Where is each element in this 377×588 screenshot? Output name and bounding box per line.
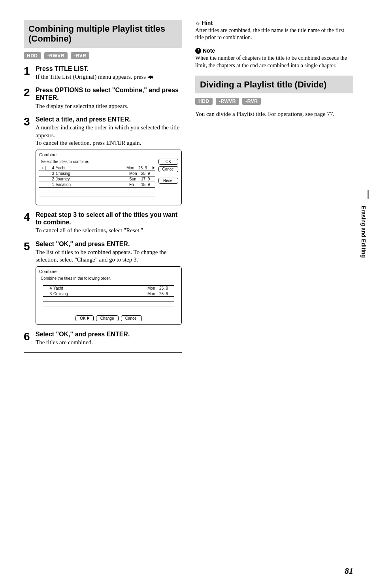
divide-body-text: You can divide a Playlist title. For ope…	[195, 110, 353, 118]
dialog-instruction: Select the titles to combine.	[39, 159, 155, 165]
dialog-row-date: 15. 9	[141, 182, 155, 187]
step-title: Repeat step 3 to select all of the title…	[36, 211, 182, 226]
dialog-row-sel	[40, 182, 45, 187]
dialog-row-date: 25. 9	[141, 171, 155, 176]
step-desc: The titles are combined.	[36, 339, 182, 347]
step-title: Press TITLE LIST.	[36, 65, 182, 72]
section-header-divide: Dividing a Playlist title (Divide)	[195, 76, 353, 93]
dialog-row-title: Yacht	[56, 166, 126, 170]
section-title: Dividing a Playlist title (Divide)	[200, 80, 349, 89]
combine-select-dialog: Combine Select the titles to combine. 1 …	[36, 150, 182, 205]
dialog-row: 3 Cruising Mon 25. 9	[39, 171, 155, 176]
dialog-row-title: Yacht	[53, 286, 147, 290]
step-desc: The display for selecting titles appears…	[36, 102, 182, 110]
dialog-change-button: Change	[96, 315, 119, 321]
dialog-instruction: Combine the titles in the following orde…	[39, 275, 178, 282]
dialog-row-title: Cruising	[56, 171, 129, 176]
dialog-ok-button: OK	[158, 159, 178, 165]
dialog-ok-button: OK	[75, 315, 93, 321]
note-label: ! Note	[195, 47, 353, 54]
step-desc: A number indicating the order in which y…	[36, 124, 182, 147]
dialog-row	[39, 192, 155, 197]
side-label: Erasing and Editing	[360, 206, 367, 258]
step-number: 3	[24, 116, 36, 147]
badge-rwvr: -RWVR	[44, 52, 68, 59]
dialog-row: 4 Yacht Mon 25. 9	[43, 285, 174, 291]
dialog-row-title: Cruising	[53, 292, 147, 296]
dialog-row-day: Mon	[126, 166, 138, 170]
step-desc: To cancel all of the selections, select …	[36, 227, 182, 235]
dialog-row: 1 4 Yacht Mon 25. 9	[39, 165, 155, 171]
dialog-row-day: Mon	[147, 286, 159, 290]
dialog-row	[43, 297, 174, 302]
step-desc: The list of titles to be combined appear…	[36, 248, 182, 264]
dialog-row-day: Sun	[129, 177, 141, 181]
badge-rvr: -RVR	[242, 98, 261, 105]
dialog-row-num: 2	[49, 177, 54, 181]
step-4: 4 Repeat step 3 to select all of the tit…	[24, 211, 182, 235]
step-6: 6 Select "OK," and press ENTER. The titl…	[24, 330, 182, 347]
badge-hdd: HDD	[195, 98, 213, 105]
badges-row-right: HDD -RWVR -RVR	[195, 97, 353, 105]
badges-row-left: HDD -RWVR -RVR	[24, 52, 182, 59]
dialog-row-sel	[40, 171, 45, 176]
step-number: 5	[24, 240, 36, 264]
dialog-row-num: 3	[45, 292, 52, 296]
step-number: 1	[24, 65, 36, 81]
dialog-row-date: 25. 9	[138, 166, 152, 170]
step-number: 2	[24, 86, 36, 110]
note-text: When the number of chapters in the title…	[195, 55, 353, 69]
dialog-row-num: 1	[49, 182, 54, 187]
dialog-row-date: 17. 9	[141, 177, 155, 181]
dialog-cancel-button: Cancel	[121, 315, 142, 321]
hint-icon	[195, 20, 200, 26]
badge-rwvr: -RWVR	[216, 98, 239, 105]
hint-text: After titles are combined, the title nam…	[195, 27, 353, 41]
dialog-row: 2 Journey Sun 17. 9	[39, 176, 155, 182]
dialog-row	[43, 307, 174, 312]
step-title: Select "OK," and press ENTER.	[36, 330, 182, 338]
page-number: 81	[345, 566, 353, 576]
step-3: 3 Select a title, and press ENTER. A num…	[24, 116, 182, 147]
dialog-row	[39, 188, 155, 192]
dialog-row-sel: 1	[40, 166, 45, 170]
step-number: 6	[24, 330, 36, 347]
dialog-row: 1 Vacation Fri 15. 9	[39, 182, 155, 188]
step-desc: If the Title List (Original) menu appear…	[36, 73, 182, 81]
dialog-row	[39, 197, 155, 202]
dialog-row-date: 25. 9	[159, 292, 173, 296]
hint-label: Hint	[195, 20, 353, 26]
dialog-row-num: 4	[45, 286, 52, 290]
dialog-row-day: Mon	[129, 171, 141, 176]
dialog-row-sel	[40, 177, 45, 181]
dialog-row-date: 25. 9	[159, 286, 173, 290]
dialog-row-title: Journey	[56, 177, 129, 181]
dialog-row-day: Fri	[129, 182, 141, 187]
dialog-row	[43, 302, 174, 307]
step-title: Select a title, and press ENTER.	[36, 116, 182, 123]
badge-hdd: HDD	[24, 52, 41, 59]
step-2: 2 Press OPTIONS to select "Combine," and…	[24, 86, 182, 110]
dialog-row-num: 4	[49, 166, 54, 170]
section-header-combine: Combining multiple Playlist titles (Comb…	[24, 20, 182, 48]
arrow-left-icon	[147, 75, 151, 79]
dialog-row-day: Mon	[147, 292, 159, 296]
badge-rvr: -RVR	[71, 52, 89, 59]
scroll-arrow-icon	[153, 166, 155, 169]
step-title: Press OPTIONS to select "Combine," and p…	[36, 86, 182, 101]
chevron-right-icon	[87, 317, 89, 320]
dialog-row: 3 Cruising Mon 25. 9	[43, 291, 174, 297]
step-title: Select "OK," and press ENTER.	[36, 240, 182, 248]
dialog-cancel-button: Cancel	[158, 166, 178, 172]
step-number: 4	[24, 211, 36, 235]
dialog-title: Combine	[39, 269, 178, 274]
dialog-row-title: Vacation	[56, 182, 129, 187]
section-title: Combining multiple Playlist titles (Comb…	[28, 24, 177, 44]
step-5: 5 Select "OK," and press ENTER. The list…	[24, 240, 182, 264]
dialog-reset-button: Reset	[158, 178, 178, 184]
side-tab-marker	[368, 190, 369, 199]
combine-confirm-dialog: Combine Combine the titles in the follow…	[36, 266, 182, 325]
dialog-row-num: 3	[49, 171, 54, 176]
step-1: 1 Press TITLE LIST. If the Title List (O…	[24, 65, 182, 81]
note-icon: !	[195, 48, 201, 54]
